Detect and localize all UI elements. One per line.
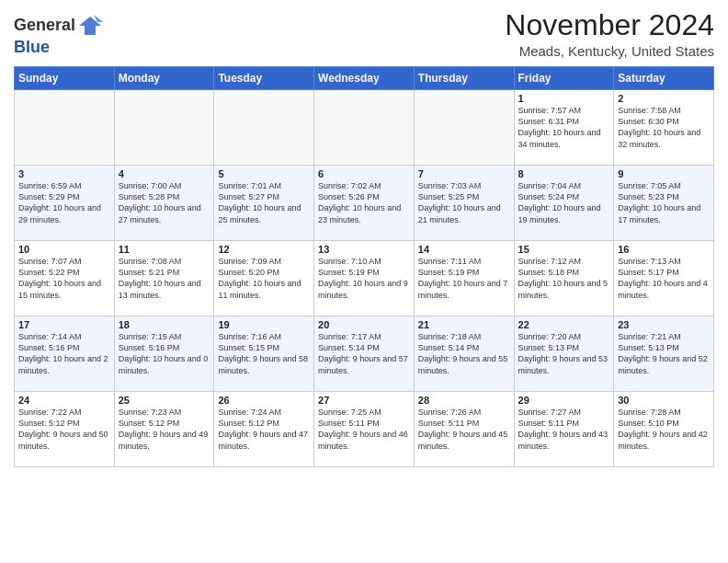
calendar-cell: 3Sunrise: 6:59 AM Sunset: 5:29 PM Daylig… [15, 166, 115, 241]
day-info: Sunrise: 7:14 AM Sunset: 5:16 PM Dayligh… [18, 331, 110, 376]
day-info: Sunrise: 7:00 AM Sunset: 5:28 PM Dayligh… [119, 180, 210, 225]
day-number: 14 [418, 244, 510, 255]
calendar-cell: 4Sunrise: 7:00 AM Sunset: 5:28 PM Daylig… [114, 166, 214, 241]
calendar-cell: 5Sunrise: 7:01 AM Sunset: 5:27 PM Daylig… [214, 166, 314, 241]
day-info: Sunrise: 7:08 AM Sunset: 5:21 PM Dayligh… [119, 256, 210, 301]
day-info: Sunrise: 7:03 AM Sunset: 5:25 PM Dayligh… [418, 180, 510, 225]
calendar-cell: 18Sunrise: 7:15 AM Sunset: 5:16 PM Dayli… [114, 316, 214, 392]
calendar-week-4: 17Sunrise: 7:14 AM Sunset: 5:16 PM Dayli… [15, 316, 714, 392]
calendar-cell: 20Sunrise: 7:17 AM Sunset: 5:14 PM Dayli… [314, 316, 415, 392]
calendar-cell [414, 90, 514, 166]
calendar-cell: 7Sunrise: 7:03 AM Sunset: 5:25 PM Daylig… [414, 166, 514, 241]
calendar-cell: 15Sunrise: 7:12 AM Sunset: 5:18 PM Dayli… [514, 241, 614, 316]
day-number: 30 [618, 395, 710, 406]
day-number: 28 [418, 395, 510, 406]
day-number: 27 [318, 395, 410, 406]
calendar-cell: 16Sunrise: 7:13 AM Sunset: 5:17 PM Dayli… [614, 241, 714, 316]
day-number: 15 [518, 244, 610, 255]
calendar-cell: 27Sunrise: 7:25 AM Sunset: 5:11 PM Dayli… [314, 392, 415, 467]
day-info: Sunrise: 7:27 AM Sunset: 5:11 PM Dayligh… [518, 407, 610, 452]
calendar-cell: 19Sunrise: 7:16 AM Sunset: 5:15 PM Dayli… [214, 316, 314, 392]
calendar-cell: 13Sunrise: 7:10 AM Sunset: 5:19 PM Dayli… [314, 241, 415, 316]
calendar-cell: 24Sunrise: 7:22 AM Sunset: 5:12 PM Dayli… [15, 392, 115, 467]
day-info: Sunrise: 7:02 AM Sunset: 5:26 PM Dayligh… [318, 180, 410, 225]
day-number: 22 [518, 319, 610, 330]
header-tuesday: Tuesday [214, 67, 314, 90]
calendar-table: Sunday Monday Tuesday Wednesday Thursday… [14, 66, 714, 467]
day-number: 16 [618, 244, 710, 255]
calendar-header-row: Sunday Monday Tuesday Wednesday Thursday… [15, 67, 714, 90]
calendar-cell: 25Sunrise: 7:23 AM Sunset: 5:12 PM Dayli… [114, 392, 214, 467]
day-info: Sunrise: 7:13 AM Sunset: 5:17 PM Dayligh… [618, 256, 710, 301]
day-info: Sunrise: 7:15 AM Sunset: 5:16 PM Dayligh… [119, 331, 210, 376]
day-number: 2 [618, 93, 710, 104]
day-number: 7 [418, 168, 510, 179]
day-info: Sunrise: 7:05 AM Sunset: 5:23 PM Dayligh… [618, 180, 710, 225]
day-info: Sunrise: 7:10 AM Sunset: 5:19 PM Dayligh… [318, 256, 410, 301]
day-info: Sunrise: 7:20 AM Sunset: 5:13 PM Dayligh… [518, 331, 610, 376]
calendar-cell: 30Sunrise: 7:28 AM Sunset: 5:10 PM Dayli… [614, 392, 714, 467]
day-number: 29 [518, 395, 610, 406]
page-container: General Blue November 2024 Meads, Kentuc… [0, 0, 728, 563]
day-number: 20 [318, 319, 410, 330]
day-number: 3 [18, 168, 110, 179]
day-info: Sunrise: 7:18 AM Sunset: 5:14 PM Dayligh… [418, 331, 510, 376]
calendar-week-3: 10Sunrise: 7:07 AM Sunset: 5:22 PM Dayli… [15, 241, 714, 316]
day-info: Sunrise: 7:09 AM Sunset: 5:20 PM Dayligh… [218, 256, 310, 301]
logo: General Blue [14, 13, 103, 57]
day-info: Sunrise: 7:17 AM Sunset: 5:14 PM Dayligh… [318, 331, 410, 376]
day-info: Sunrise: 7:16 AM Sunset: 5:15 PM Dayligh… [218, 331, 310, 376]
calendar-week-1: 1Sunrise: 7:57 AM Sunset: 6:31 PM Daylig… [15, 90, 714, 166]
day-number: 26 [218, 395, 310, 406]
day-number: 12 [218, 244, 310, 255]
day-number: 23 [618, 319, 710, 330]
header-saturday: Saturday [614, 67, 714, 90]
day-info: Sunrise: 7:11 AM Sunset: 5:19 PM Dayligh… [418, 256, 510, 301]
day-number: 17 [18, 319, 110, 330]
header-friday: Friday [514, 67, 614, 90]
month-title: November 2024 [505, 9, 714, 41]
calendar-cell: 8Sunrise: 7:04 AM Sunset: 5:24 PM Daylig… [514, 166, 614, 241]
calendar-cell: 2Sunrise: 7:58 AM Sunset: 6:30 PM Daylig… [614, 90, 714, 166]
calendar-cell: 21Sunrise: 7:18 AM Sunset: 5:14 PM Dayli… [414, 316, 514, 392]
day-info: Sunrise: 7:07 AM Sunset: 5:22 PM Dayligh… [18, 256, 110, 301]
day-info: Sunrise: 7:21 AM Sunset: 5:13 PM Dayligh… [618, 331, 710, 376]
calendar-cell: 9Sunrise: 7:05 AM Sunset: 5:23 PM Daylig… [614, 166, 714, 241]
day-number: 24 [18, 395, 110, 406]
day-number: 4 [119, 168, 210, 179]
calendar-week-2: 3Sunrise: 6:59 AM Sunset: 5:29 PM Daylig… [15, 166, 714, 241]
day-info: Sunrise: 7:28 AM Sunset: 5:10 PM Dayligh… [618, 407, 710, 452]
calendar-cell: 22Sunrise: 7:20 AM Sunset: 5:13 PM Dayli… [514, 316, 614, 392]
header-sunday: Sunday [15, 67, 115, 90]
header-monday: Monday [114, 67, 214, 90]
day-number: 6 [318, 168, 410, 179]
day-number: 21 [418, 319, 510, 330]
day-info: Sunrise: 7:12 AM Sunset: 5:18 PM Dayligh… [518, 256, 610, 301]
calendar-cell [15, 90, 115, 166]
day-number: 25 [119, 395, 210, 406]
title-block: November 2024 Meads, Kentucky, United St… [505, 9, 714, 59]
calendar-cell: 17Sunrise: 7:14 AM Sunset: 5:16 PM Dayli… [15, 316, 115, 392]
day-info: Sunrise: 7:04 AM Sunset: 5:24 PM Dayligh… [518, 180, 610, 225]
day-number: 10 [18, 244, 110, 255]
logo-bird-icon [77, 13, 103, 39]
calendar-cell: 1Sunrise: 7:57 AM Sunset: 6:31 PM Daylig… [514, 90, 614, 166]
location-text: Meads, Kentucky, United States [505, 43, 714, 59]
day-number: 19 [218, 319, 310, 330]
calendar-cell: 10Sunrise: 7:07 AM Sunset: 5:22 PM Dayli… [15, 241, 115, 316]
calendar-cell: 12Sunrise: 7:09 AM Sunset: 5:20 PM Dayli… [214, 241, 314, 316]
day-info: Sunrise: 7:22 AM Sunset: 5:12 PM Dayligh… [18, 407, 110, 452]
day-number: 5 [218, 168, 310, 179]
calendar-cell [114, 90, 214, 166]
calendar-cell: 26Sunrise: 7:24 AM Sunset: 5:12 PM Dayli… [214, 392, 314, 467]
day-info: Sunrise: 7:24 AM Sunset: 5:12 PM Dayligh… [218, 407, 310, 452]
day-info: Sunrise: 7:23 AM Sunset: 5:12 PM Dayligh… [119, 407, 210, 452]
day-info: Sunrise: 7:25 AM Sunset: 5:11 PM Dayligh… [318, 407, 410, 452]
page-header: General Blue November 2024 Meads, Kentuc… [14, 9, 714, 59]
logo-blue-text: Blue [14, 39, 103, 57]
calendar-cell [214, 90, 314, 166]
logo-general-text: General [14, 17, 75, 35]
day-info: Sunrise: 6:59 AM Sunset: 5:29 PM Dayligh… [18, 180, 110, 225]
calendar-cell: 14Sunrise: 7:11 AM Sunset: 5:19 PM Dayli… [414, 241, 514, 316]
day-info: Sunrise: 7:26 AM Sunset: 5:11 PM Dayligh… [418, 407, 510, 452]
